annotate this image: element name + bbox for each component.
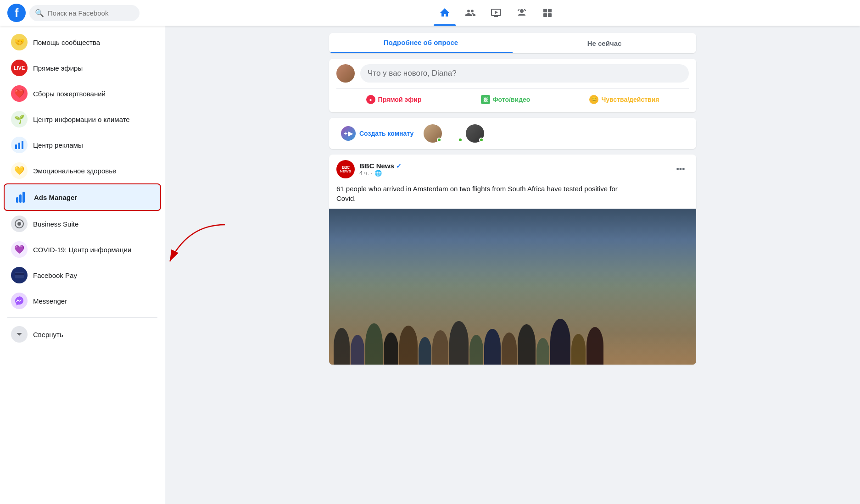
composer-placeholder: Что у вас нового, Diana? — [368, 69, 457, 78]
sidebar-label-facebook-pay: Facebook Pay — [33, 271, 77, 279]
svg-point-0 — [520, 9, 524, 13]
create-room-label: Создать комнату — [359, 130, 413, 137]
covid-icon: 💜 — [11, 241, 28, 258]
svg-rect-7 — [18, 143, 20, 149]
sidebar-item-business-suite[interactable]: Business Suite — [4, 211, 161, 237]
svg-rect-8 — [22, 141, 23, 149]
sidebar-item-ad-center[interactable]: Центр рекламы — [4, 132, 161, 158]
sidebar-label-ads-manager: Ads Manager — [34, 194, 77, 201]
collapse-button[interactable]: Свернуть — [4, 321, 161, 347]
facebook-logo[interactable]: f — [7, 4, 26, 22]
sidebar-item-covid[interactable]: 💜 COVID-19: Центр информации — [4, 237, 161, 262]
post-input[interactable]: Что у вас нового, Diana? — [360, 64, 689, 83]
sidebar-item-ads-manager[interactable]: Ads Manager — [4, 183, 161, 211]
news-post-image — [329, 209, 696, 365]
feeling-icon: 😊 — [589, 95, 598, 104]
watch-nav-button[interactable] — [485, 2, 507, 24]
live-label: Прямой эфир — [378, 96, 422, 103]
composer-divider — [336, 88, 689, 89]
search-input[interactable] — [48, 9, 134, 17]
sidebar-item-emotional[interactable]: 💛 Эмоциональное здоровье — [4, 158, 161, 183]
svg-rect-5 — [548, 13, 552, 17]
sidebar-label-climate: Центр информации о климате — [33, 116, 130, 123]
ads-manager-icon — [12, 189, 28, 205]
news-post-card: BBC NEWS BBC News ✓ 4 ч. · 🌐 — [329, 155, 696, 365]
composer-actions: ● Прямой эфир 🖼 Фото/видео 😊 Чувства/дей… — [336, 92, 689, 107]
sidebar: 🤝 Помощь сообщества LIVE Прямые эфиры ❤️… — [0, 26, 165, 504]
climate-icon: 🌱 — [11, 111, 28, 127]
news-post-meta: 4 ч. · 🌐 — [359, 170, 668, 177]
sidebar-label-emotional: Эмоциональное здоровье — [33, 167, 116, 175]
news-post-text: 61 people who arrived in Amsterdam on tw… — [329, 184, 696, 209]
feeling-label: Чувства/действия — [601, 96, 659, 103]
live-action[interactable]: ● Прямой эфир — [361, 92, 427, 107]
sidebar-item-facebook-pay[interactable]: Facebook Pay — [4, 262, 161, 288]
photo-icon: 🖼 — [481, 95, 490, 104]
main-layout: 🤝 Помощь сообщества LIVE Прямые эфиры ❤️… — [0, 0, 860, 504]
sidebar-item-climate[interactable]: 🌱 Центр информации о климате — [4, 106, 161, 132]
sidebar-label-fundraisers: Сборы пожертвований — [33, 90, 106, 98]
live-icon: ● — [366, 95, 375, 104]
room-avatars — [424, 124, 484, 143]
rooms-card: +▶ Создать комнату — [329, 118, 696, 149]
top-buttons-card: Подробнее об опросе Не сейчас — [329, 33, 696, 53]
feeling-action[interactable]: 😊 Чувства/действия — [584, 92, 665, 107]
business-suite-icon — [11, 216, 28, 232]
sidebar-item-fundraisers[interactable]: ❤️ Сборы пожертвований — [4, 81, 161, 106]
photo-label: Фото/видео — [493, 96, 531, 103]
more-options-button[interactable]: ••• — [672, 161, 689, 177]
emotional-icon: 💛 — [11, 162, 28, 179]
community-help-icon: 🤝 — [11, 34, 28, 50]
news-source-name: BBC News ✓ — [359, 162, 668, 170]
top-nav: f 🔍 — [0, 0, 860, 26]
sidebar-label-messenger: Messenger — [33, 297, 67, 305]
photo-action[interactable]: 🖼 Фото/видео — [475, 92, 536, 107]
friends-nav-button[interactable] — [459, 2, 481, 24]
verified-badge: ✓ — [396, 162, 402, 170]
sidebar-divider — [7, 317, 157, 318]
fundraisers-icon: ❤️ — [11, 85, 28, 102]
ad-center-icon — [11, 137, 28, 153]
sidebar-item-community-help[interactable]: 🤝 Помощь сообщества — [4, 29, 161, 55]
sidebar-label-ad-center: Центр рекламы — [33, 141, 83, 149]
post-composer: Что у вас нового, Diana? ● Прямой эфир 🖼… — [329, 59, 696, 112]
sidebar-item-messenger[interactable]: Messenger — [4, 288, 161, 314]
sidebar-label-business-suite: Business Suite — [33, 220, 78, 228]
main-content: Подробнее об опросе Не сейчас Что у вас … — [165, 26, 860, 504]
svg-rect-4 — [543, 13, 547, 17]
news-post-header: BBC NEWS BBC News ✓ 4 ч. · 🌐 — [329, 155, 696, 184]
room-avatar-1 — [424, 124, 442, 143]
learn-more-button[interactable]: Подробнее об опросе — [329, 33, 513, 53]
svg-rect-12 — [15, 273, 24, 275]
nav-center — [140, 2, 853, 24]
svg-rect-2 — [543, 9, 547, 12]
home-nav-button[interactable] — [434, 2, 456, 24]
menu-nav-button[interactable] — [536, 2, 558, 24]
user-avatar — [336, 64, 355, 83]
bbc-news-avatar: BBC NEWS — [336, 160, 355, 178]
online-indicator-3 — [479, 138, 484, 142]
room-icon: +▶ — [341, 126, 356, 141]
sidebar-label-community-help: Помощь сообщества — [33, 39, 100, 46]
create-room-button[interactable]: +▶ Создать комнату — [336, 123, 418, 144]
sidebar-label-live: Прямые эфиры — [33, 64, 83, 72]
svg-rect-11 — [15, 272, 24, 278]
collapse-icon — [11, 326, 28, 343]
visibility-icon: 🌐 — [374, 170, 382, 177]
svg-rect-6 — [15, 144, 17, 149]
room-avatar-3 — [466, 124, 484, 143]
online-indicator-1 — [437, 138, 441, 142]
sidebar-item-live[interactable]: LIVE Прямые эфиры — [4, 55, 161, 81]
search-bar[interactable]: 🔍 — [29, 5, 140, 21]
facebook-pay-icon — [11, 267, 28, 283]
messenger-icon — [11, 293, 28, 309]
sidebar-label-covid: COVID-19: Центр информации — [33, 246, 131, 254]
groups-nav-button[interactable] — [511, 2, 533, 24]
svg-rect-3 — [548, 9, 552, 12]
room-avatar-2 — [445, 124, 463, 143]
svg-point-10 — [17, 222, 21, 226]
online-indicator-2 — [458, 138, 463, 142]
live-icon: LIVE — [11, 60, 28, 76]
search-icon: 🔍 — [35, 9, 44, 17]
not-now-button[interactable]: Не сейчас — [513, 33, 696, 53]
